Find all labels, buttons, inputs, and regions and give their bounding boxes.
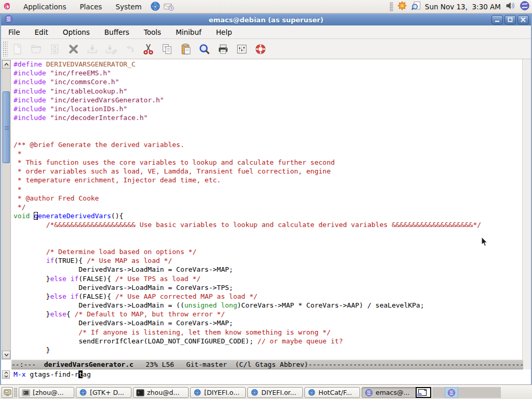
mouse-cursor <box>481 236 488 249</box>
code-line: * order variables such as load, VE, Lamd… <box>14 167 522 176</box>
panel-menus: ApplicationsPlacesSystem <box>17 0 149 14</box>
taskbar-button-5[interactable]: HotCat/F... <box>304 387 360 398</box>
cut-icon[interactable] <box>139 40 157 58</box>
mail-launcher-icon[interactable] <box>163 1 175 12</box>
menu-minibuf[interactable]: Minibuf <box>168 25 209 38</box>
vertical-scrollbar[interactable] <box>2 60 11 360</box>
taskbar-drag-handle[interactable] <box>14 388 17 397</box>
code-line: DerivedVars->LoadMain = CoreVars->TPS; <box>14 283 522 292</box>
code-line: #include "inc/commsCore.h" <box>14 77 522 86</box>
debian-logo-icon[interactable] <box>1 1 12 12</box>
code-line: if(TRUE){ /* Use MAP as load */ <box>14 256 522 265</box>
minibuffer-input-after: ag <box>83 370 91 378</box>
undo-icon <box>120 40 139 58</box>
globe-icon <box>79 389 87 397</box>
globe-icon <box>250 389 259 397</box>
open-folder-icon <box>26 40 45 58</box>
taskbar-button-1[interactable]: [GTK+ D... <box>76 387 131 398</box>
globe-icon <box>308 389 316 397</box>
modeline-right-gap <box>523 360 531 369</box>
terminal-dark-icon <box>136 389 144 397</box>
close-button[interactable] <box>517 15 529 24</box>
taskbar-button-label: emacs@... <box>376 389 409 396</box>
code-line: #include "inc/tableLookup.h" <box>14 87 522 96</box>
code-line: /* If anyone is listening, let them know… <box>14 328 522 337</box>
workspace-switcher[interactable] <box>416 387 431 398</box>
taskbar-button-label: [GTK+ D... <box>90 389 124 396</box>
taskbar-button-3[interactable]: [DIYEFI.o... <box>190 387 246 398</box>
window-selector[interactable] <box>432 387 501 398</box>
taskbar-button-label: zhou@d... <box>147 389 179 396</box>
code-line <box>14 131 522 140</box>
taskbar-button-4[interactable]: DIYEFI.or... <box>247 387 303 398</box>
menu-options[interactable]: Options <box>56 25 97 38</box>
code-buffer[interactable]: #define DERIVEDVARSGENERATOR_C#include "… <box>1 59 531 360</box>
search-icon[interactable] <box>195 40 214 58</box>
tray-drag-handle[interactable] <box>390 2 393 11</box>
modeline[interactable]: --:--- derivedVarsGenerator.c 23% L56 Gi… <box>11 360 523 369</box>
panel-menu-applications[interactable]: Applications <box>17 0 73 14</box>
minibuffer-scroll-steppers[interactable] <box>2 370 10 379</box>
taskbar-button-2[interactable]: zhou@d... <box>133 387 189 398</box>
search-tool-tray-icon[interactable] <box>411 1 421 13</box>
code-line <box>14 122 522 131</box>
modeline-prefix: --:--- <box>11 360 44 369</box>
preferences-icon[interactable] <box>232 40 251 58</box>
scroll-up-arrow[interactable] <box>2 60 10 69</box>
close-buffer-icon[interactable] <box>64 40 83 58</box>
code-line: } <box>14 345 522 354</box>
scrollbar-thumb[interactable] <box>3 91 10 163</box>
emacs-app-icon <box>4 15 13 25</box>
volume-icon[interactable] <box>504 0 516 14</box>
minibuffer-prompt: M-x <box>14 370 30 378</box>
code-line <box>14 230 522 238</box>
emacs-toolbar <box>1 39 531 59</box>
menu-tools[interactable]: Tools <box>137 25 168 38</box>
help-icon[interactable] <box>251 40 270 58</box>
menu-buffers[interactable]: Buffers <box>97 25 137 38</box>
menu-file[interactable]: File <box>1 25 28 38</box>
terminal-light-icon <box>22 389 30 397</box>
toolbar-drag-handle[interactable] <box>3 41 8 57</box>
taskbar-button-6[interactable]: emacs@... <box>362 387 417 398</box>
taskbar-button-label: HotCat/F... <box>318 389 352 396</box>
panel-menu-system[interactable]: System <box>109 0 148 14</box>
code-line: * This function uses the core variables … <box>14 158 522 167</box>
modeline-filler: ----------------------------------------… <box>308 360 523 369</box>
titlebar[interactable]: emacs@debian (as superuser) <box>1 14 531 25</box>
code-line: /*&&&&&&&&&&&&&&&&&&&& Use basic variabl… <box>14 220 522 229</box>
window-selector-emacs[interactable] <box>445 387 458 398</box>
panel-clock[interactable]: Sun Nov 13, 3:30 AM <box>425 3 501 11</box>
code-line: * @author Fred Cooke <box>14 194 522 203</box>
taskbar-button-0[interactable]: [zhou@... <box>19 387 74 398</box>
window-controls <box>491 15 529 24</box>
web-browser-launcher-icon[interactable] <box>150 1 161 12</box>
panel-menu-places[interactable]: Places <box>73 0 109 14</box>
update-notifier-icon[interactable] <box>397 1 407 13</box>
emacs-icon <box>365 389 373 397</box>
source-code[interactable]: #define DERIVEDVARSGENERATOR_C#include "… <box>14 60 522 354</box>
code-line: void generateDerivedVars(){ <box>14 211 522 220</box>
code-line: #include "inc/decoderInterface.h" <box>14 113 522 122</box>
scroll-down-arrow[interactable] <box>2 351 10 359</box>
minibuffer-text[interactable]: M-x gtags-find-rtag <box>14 370 91 379</box>
minimize-button[interactable] <box>491 15 503 24</box>
minibuffer[interactable]: M-x gtags-find-rtag <box>1 369 531 385</box>
scrollbar-grip <box>5 126 9 130</box>
emacs-menubar: FileEditOptionsBuffersToolsMinibufHelp <box>1 25 531 39</box>
paste-icon[interactable] <box>176 40 195 58</box>
print-icon[interactable] <box>214 40 232 58</box>
code-line: #include "inc/derivedVarsGenerator.h" <box>14 96 522 104</box>
menu-edit[interactable]: Edit <box>28 25 56 38</box>
copy-icon[interactable] <box>157 40 176 58</box>
tray-orb-icon[interactable] <box>520 1 530 13</box>
menu-help[interactable]: Help <box>209 25 240 38</box>
window-title: emacs@debian (as superuser) <box>1 16 531 24</box>
show-desktop-button[interactable] <box>2 387 13 398</box>
taskbar-button-label: [DIYEFI.o... <box>204 389 240 396</box>
save-as-icon <box>101 40 120 58</box>
maximize-button[interactable] <box>504 15 516 24</box>
text-cursor: t <box>78 370 83 378</box>
new-file-icon <box>8 40 26 58</box>
code-line <box>14 238 522 247</box>
